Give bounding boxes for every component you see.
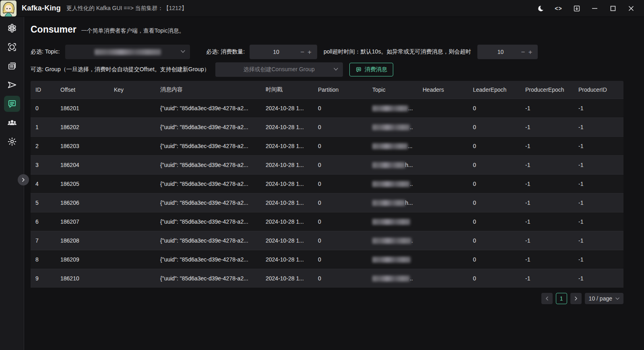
topic-select[interactable] (65, 45, 190, 59)
id-cell: 8 (31, 250, 56, 269)
next-page-button[interactable] (570, 293, 582, 304)
table-row[interactable]: 1186202{"uuid": "85d6a3ec-d39e-4278-a2..… (31, 117, 623, 136)
poll-timeout-stepper[interactable]: 10 − + (477, 45, 538, 59)
chevron-down-icon (334, 68, 338, 71)
consume-button-label: 消费消息 (365, 66, 387, 73)
producer-epoch-cell: -1 (520, 99, 574, 117)
count-value[interactable]: 10 (254, 49, 299, 55)
plus-button[interactable]: + (526, 49, 534, 56)
message-cell: {"uuid": "85d6a3ec-d39e-4278-a2... (155, 156, 261, 174)
redacted-topic (372, 276, 410, 282)
topic-cell: ... (367, 99, 418, 117)
current-page-button[interactable]: 1 (556, 293, 567, 304)
leader-epoch-cell: 0 (468, 231, 520, 250)
sidebar-item-producer[interactable] (4, 77, 20, 93)
topic-suffix: ... (408, 143, 413, 149)
topic-cell: h... (367, 156, 418, 174)
prev-page-button[interactable] (541, 293, 553, 304)
timestamp-cell: 2024-10-28 1... (261, 269, 313, 288)
id-cell: 2 (31, 137, 56, 155)
pagination: 1 10 / page (31, 293, 623, 304)
chevron-down-icon (615, 297, 619, 300)
column-header-消息内容: 消息内容 (155, 81, 261, 99)
minus-button[interactable]: − (520, 49, 527, 56)
topic-suffix: h... (405, 162, 413, 168)
sidebar-item-monitor[interactable] (4, 39, 20, 55)
column-header-LeaderEpoch: LeaderEpoch (468, 81, 520, 99)
key-cell (109, 250, 155, 269)
chevron-right-icon (21, 177, 26, 182)
topic-cell: .. (367, 269, 418, 288)
offset-cell: 186204 (56, 156, 109, 174)
headers-cell (418, 99, 468, 117)
documents-icon (7, 61, 17, 71)
chevron-down-icon (181, 50, 185, 53)
import-icon[interactable] (568, 0, 586, 17)
sidebar-item-consumer[interactable] (4, 96, 20, 112)
headers-cell (418, 250, 468, 269)
table-row[interactable]: 7186208{"uuid": "85d6a3ec-d39e-4278-a2..… (31, 231, 623, 250)
sidebar-item-groups[interactable] (4, 115, 20, 131)
leader-epoch-cell: 0 (468, 118, 520, 136)
minimize-icon[interactable] (586, 0, 604, 17)
topic-suffix: .. (410, 124, 413, 130)
table-row[interactable]: 2186203{"uuid": "85d6a3ec-d39e-4278-a2..… (31, 136, 623, 155)
producer-epoch-cell: -1 (520, 175, 574, 193)
consumer-form-row-1: 必选: Topic: 必选: 消费数量: 10 − + poll超时时间：默认1… (31, 45, 638, 59)
producer-epoch-cell: -1 (520, 137, 574, 155)
table-row[interactable]: 5186206{"uuid": "85d6a3ec-d39e-4278-a2..… (31, 193, 623, 212)
key-cell (109, 118, 155, 136)
leader-epoch-cell: 0 (468, 269, 520, 288)
topic-cell (367, 212, 418, 231)
headers-cell (418, 156, 468, 174)
sidebar-item-topics[interactable] (4, 58, 20, 74)
partition-cell: 0 (313, 175, 367, 193)
id-cell: 0 (31, 99, 56, 117)
table-row[interactable]: 9186210{"uuid": "85d6a3ec-d39e-4278-a2..… (31, 269, 623, 288)
minus-button[interactable]: − (299, 49, 306, 56)
count-stepper[interactable]: 10 − + (250, 45, 317, 59)
partition-cell: 0 (313, 137, 367, 155)
offset-cell: 186207 (56, 212, 109, 231)
devtools-icon[interactable]: <> (549, 0, 568, 17)
plus-button[interactable]: + (306, 49, 313, 56)
key-cell (109, 269, 155, 288)
moon-icon[interactable] (531, 0, 549, 17)
maximize-icon[interactable] (604, 0, 622, 17)
count-label: 必选: 消费数量: (206, 48, 245, 56)
id-cell: 1 (31, 118, 56, 136)
topic-cell: .. (367, 118, 418, 136)
close-icon[interactable] (622, 0, 640, 17)
poll-timeout-value[interactable]: 10 (481, 49, 519, 55)
table-row[interactable]: 6186207{"uuid": "85d6a3ec-d39e-4278-a2..… (31, 212, 623, 231)
sidebar-item-cluster[interactable] (4, 20, 20, 36)
table-row[interactable]: 4186205{"uuid": "85d6a3ec-d39e-4278-a2..… (31, 174, 623, 193)
topic-cell (367, 250, 418, 269)
table-row[interactable]: 3186204{"uuid": "85d6a3ec-d39e-4278-a2..… (31, 155, 623, 174)
timestamp-cell: 2024-10-28 1... (261, 118, 313, 136)
table-row[interactable]: 8186209{"uuid": "85d6a3ec-d39e-4278-a2..… (31, 250, 623, 269)
leader-epoch-cell: 0 (468, 194, 520, 212)
timestamp-cell: 2024-10-28 1... (261, 99, 313, 117)
column-header-Headers: Headers (418, 81, 468, 99)
key-cell (109, 175, 155, 193)
window-controls: <> (531, 0, 644, 17)
partition-cell: 0 (313, 269, 367, 288)
page-size-select[interactable]: 10 / page (585, 293, 623, 304)
titlebar: Kafka-King 更人性化的 Kafka GUI ==> 当前集群：【121… (0, 0, 644, 17)
messages-table: IDOffsetKey消息内容时间戳PartitionTopicHeadersL… (31, 81, 623, 288)
redacted-topic (372, 238, 411, 244)
redacted-topic (372, 200, 405, 206)
sidebar-expand-button[interactable] (18, 174, 29, 185)
group-select[interactable]: 选择或创建Consumer Group (215, 62, 343, 77)
partition-cell: 0 (313, 212, 367, 231)
key-cell (109, 212, 155, 231)
id-cell: 7 (31, 231, 56, 250)
table-row[interactable]: 0186201{"uuid": "85d6a3ec-d39e-4278-a2..… (31, 99, 623, 117)
table-body: 0186201{"uuid": "85d6a3ec-d39e-4278-a2..… (31, 99, 623, 288)
producer-epoch-cell: -1 (520, 231, 574, 250)
consume-button[interactable]: 消费消息 (349, 63, 393, 76)
sidebar-item-settings[interactable] (4, 134, 20, 150)
column-header-ProducerID: ProducerID (574, 81, 623, 99)
producer-id-cell: -1 (574, 269, 623, 288)
